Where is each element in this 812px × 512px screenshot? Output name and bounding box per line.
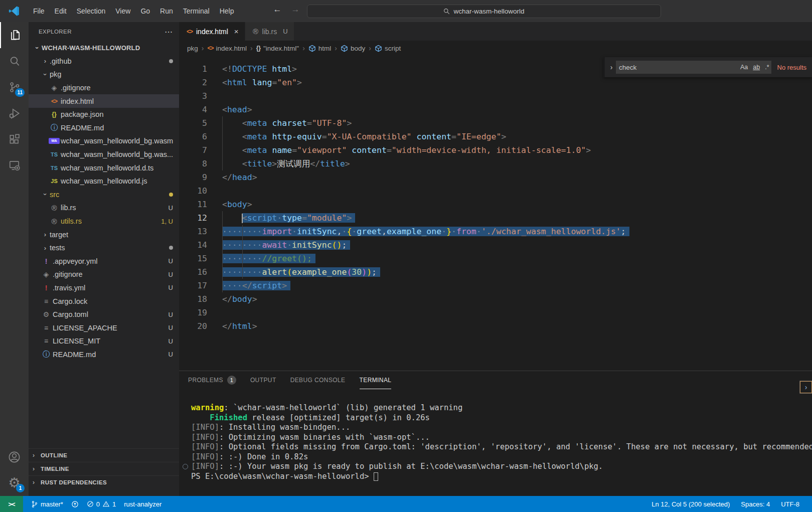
tree-item-license-mit[interactable]: ≡LICENSE_MITU xyxy=(29,334,179,348)
section-outline[interactable]: ›OUTLINE xyxy=(29,448,179,462)
rust-file-icon: ® xyxy=(49,217,60,226)
tab-lib-rs[interactable]: ® lib.rs U xyxy=(245,22,294,41)
code-line[interactable]: 4<head> xyxy=(179,103,812,116)
menu-file[interactable]: File xyxy=(28,7,50,15)
remote-indicator[interactable]: >< xyxy=(0,496,23,512)
tree-item-.appveyor.yml[interactable]: !.appveyor.ymlU xyxy=(29,255,179,268)
rust-analyzer-status[interactable]: rust-analyzer xyxy=(120,496,166,512)
tree-item-wchar-wasm-helloworld-bg.wasm[interactable]: WAwchar_wasm_helloworld_bg.wasm xyxy=(29,134,179,148)
nav-back-icon[interactable]: ← xyxy=(270,5,285,15)
menu-selection[interactable]: Selection xyxy=(72,7,111,15)
tree-item-readme.md[interactable]: ⓘREADME.md xyxy=(29,121,179,135)
problems-summary[interactable]: 0 1 xyxy=(83,496,120,512)
tree-item-lib.rs[interactable]: ®lib.rsU xyxy=(29,201,179,215)
activity-run-debug[interactable] xyxy=(0,100,29,126)
code-line[interactable]: 6 <meta http-equiv="X-UA-Compatible" con… xyxy=(179,130,812,143)
code-line[interactable]: 3 xyxy=(179,89,812,103)
match-case-icon[interactable]: Aa xyxy=(740,64,748,71)
code-line[interactable]: 9</head> xyxy=(179,170,812,184)
code-line[interactable]: 20</html> xyxy=(179,319,812,333)
code-line[interactable]: 13········import·initSync,·{·greet,examp… xyxy=(179,225,812,238)
code-line[interactable]: 2<html lang="en"> xyxy=(179,76,812,89)
tree-item-.gitignore[interactable]: ◈.gitignore xyxy=(29,81,179,95)
section-timeline[interactable]: ›TIMELINE xyxy=(29,462,179,475)
tree-item-.travis.yml[interactable]: !.travis.ymlU xyxy=(29,281,179,295)
code-line[interactable]: 10 xyxy=(179,184,812,198)
tree-item-cargo.lock[interactable]: ≡Cargo.lock xyxy=(29,294,179,308)
panel-tab-problems[interactable]: PROBLEMS1 xyxy=(188,371,236,389)
activity-remote-explorer[interactable] xyxy=(0,152,29,179)
breadcrumb-file[interactable]: <> index.html xyxy=(207,45,247,52)
tree-item-wchar-wasm-helloworld[interactable]: ›WCHAR-WASM-HELLOWORLD xyxy=(29,41,179,55)
terminal[interactable]: warning: `wchar-wasm-helloworld` (lib) g… xyxy=(179,389,812,496)
breadcrumb-pkg[interactable]: pkg xyxy=(187,45,198,52)
tree-item-tests[interactable]: ›tests xyxy=(29,241,179,255)
tree-item-.gitignore[interactable]: ◈.gitignoreU xyxy=(29,268,179,281)
branch-item[interactable]: master* xyxy=(27,496,67,512)
breadcrumb-body[interactable]: body xyxy=(341,45,365,52)
command-center-search[interactable]: wchar-wasm-helloworld xyxy=(307,5,661,18)
activity-source-control[interactable]: 11 xyxy=(0,74,29,100)
command-decoration-icon[interactable] xyxy=(183,464,188,469)
menu-run[interactable]: Run xyxy=(155,7,178,15)
code-line[interactable]: 8 <title>测试调用</title> xyxy=(179,157,812,170)
indentation[interactable]: Spaces: 4 xyxy=(735,496,775,512)
find-expand-icon[interactable]: › xyxy=(607,63,616,71)
tab-index-html[interactable]: <> index.html × xyxy=(179,22,245,41)
activity-account[interactable] xyxy=(0,444,29,470)
code-line[interactable]: 12 <script·type="module"> xyxy=(179,211,812,225)
sync-button[interactable] xyxy=(67,496,83,512)
code-line[interactable]: 19 xyxy=(179,306,812,319)
tree-item-package.json[interactable]: {}package.json xyxy=(29,108,179,121)
breadcrumb-html[interactable]: html xyxy=(308,45,332,52)
panel-tab-debug-console[interactable]: DEBUG CONSOLE xyxy=(290,371,346,389)
tree-item-pkg[interactable]: ›pkg xyxy=(29,68,179,81)
code-line[interactable]: 18</body> xyxy=(179,292,812,306)
menu-go[interactable]: Go xyxy=(135,7,155,15)
panel-chevron-button[interactable]: › xyxy=(800,381,812,393)
nav-forward-icon: → xyxy=(288,5,303,15)
activity-settings[interactable]: ⚙ 1 xyxy=(0,470,29,496)
indent-guide xyxy=(222,238,223,252)
menu-help[interactable]: Help xyxy=(215,7,239,15)
code-line[interactable]: 5 <meta charset="UTF-8"> xyxy=(179,116,812,130)
activity-explorer[interactable] xyxy=(0,22,29,48)
more-actions-icon[interactable]: ⋯ xyxy=(165,27,173,37)
tree-item-.github[interactable]: ›.github xyxy=(29,55,179,68)
activity-search[interactable] xyxy=(0,48,29,74)
menu-edit[interactable]: Edit xyxy=(50,7,72,15)
code-line[interactable]: 16········alert(example_one(30)); xyxy=(179,265,812,279)
panel-tab-terminal[interactable]: TERMINAL xyxy=(360,371,392,389)
code-line[interactable]: 7 <meta name="viewport" content="width=d… xyxy=(179,143,812,157)
menu-view[interactable]: View xyxy=(110,7,135,15)
cursor-position[interactable]: Ln 12, Col 5 (200 selected) xyxy=(646,496,735,512)
code-editor[interactable]: 1<!DOCTYPE html>2<html lang="en">34<head… xyxy=(179,56,812,371)
whole-word-icon[interactable]: ab xyxy=(753,64,760,71)
tree-item-license-apache[interactable]: ≡LICENSE_APACHEU xyxy=(29,321,179,334)
breadcrumb-script[interactable]: script xyxy=(375,45,401,52)
find-input[interactable]: check xyxy=(616,61,735,74)
encoding[interactable]: UTF-8 xyxy=(775,496,805,512)
regex-icon[interactable]: .* xyxy=(765,64,769,71)
tree-item-wchar-wasm-helloworld.d.ts[interactable]: TSwchar_wasm_helloworld.d.ts xyxy=(29,161,179,175)
code-line[interactable]: 17····</script> xyxy=(179,279,812,292)
tree-item-index.html[interactable]: <>index.html xyxy=(29,94,179,108)
tree-item-cargo.toml[interactable]: ⚙Cargo.tomlU xyxy=(29,308,179,321)
tree-item-wchar-wasm-helloworld.js[interactable]: JSwchar_wasm_helloworld.js xyxy=(29,175,179,188)
tree-item-readme.md[interactable]: ⓘREADME.mdU xyxy=(29,348,179,362)
tree-item-src[interactable]: ›src xyxy=(29,188,179,202)
code-line[interactable]: 11<body> xyxy=(179,198,812,211)
line-number: 11 xyxy=(179,198,207,211)
activity-extensions[interactable] xyxy=(0,126,29,152)
chevron-right-icon: › xyxy=(33,465,41,472)
panel-tab-output[interactable]: OUTPUT xyxy=(250,371,276,389)
code-line[interactable]: 15········//greet(); xyxy=(179,252,812,265)
breadcrumb-symbol-root[interactable]: {} "index.html" xyxy=(256,45,299,52)
menu-terminal[interactable]: Terminal xyxy=(178,7,215,15)
code-line[interactable]: 14········await·initSync(); xyxy=(179,238,812,252)
section-rust-dependencies[interactable]: ›RUST DEPENDENCIES xyxy=(29,475,179,489)
tree-item-wchar-wasm-helloworld-bg.was...[interactable]: TSwchar_wasm_helloworld_bg.was... xyxy=(29,148,179,161)
close-icon[interactable]: × xyxy=(234,27,239,36)
tree-item-target[interactable]: ›target xyxy=(29,228,179,241)
tree-item-utils.rs[interactable]: ®utils.rs1, U xyxy=(29,215,179,228)
